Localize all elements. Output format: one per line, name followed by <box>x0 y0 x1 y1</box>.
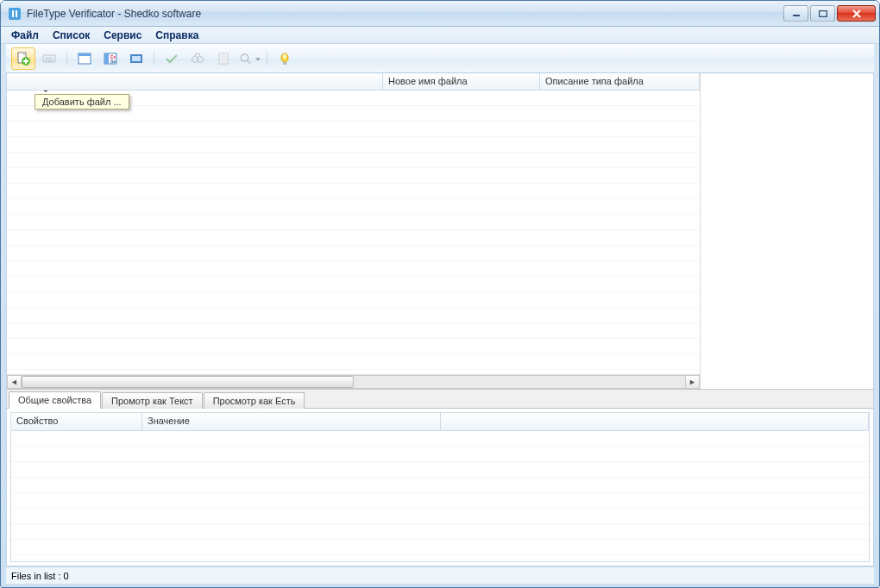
titlebar: FileType Verificator - Shedko software <box>1 1 879 27</box>
properties-body[interactable] <box>10 431 870 562</box>
menu-file[interactable]: Файл <box>4 28 46 43</box>
menu-service[interactable]: Сервис <box>97 28 148 43</box>
svg-rect-20 <box>283 62 286 65</box>
svg-rect-1 <box>793 15 800 16</box>
prop-col-name[interactable]: Свойство <box>11 413 142 430</box>
toolbar-separator <box>66 48 67 69</box>
check-button[interactable] <box>160 47 184 70</box>
status-files-count: Files in list : 0 <box>11 571 69 581</box>
view-list-button[interactable] <box>72 47 97 70</box>
statusbar: Files in list : 0 <box>6 566 874 584</box>
horizontal-scrollbar[interactable]: ◄ ► <box>7 374 700 389</box>
svg-rect-0 <box>9 8 21 20</box>
window-controls <box>783 5 876 22</box>
view-extended-button[interactable]: ExSa <box>98 47 123 70</box>
add-file-button[interactable] <box>11 47 35 70</box>
prop-col-empty <box>441 413 869 430</box>
minimize-button[interactable] <box>783 5 808 22</box>
grid-col-filename[interactable] <box>7 73 383 90</box>
grid-col-newname[interactable]: Новое имя файла <box>383 73 540 90</box>
toolbar-separator <box>154 48 154 69</box>
svg-text:RE: RE <box>45 56 53 62</box>
lower-pane: Общие свойства Промотр как Текст Просмот… <box>7 389 873 566</box>
upper-pane: Новое имя файла Описание типа файла Доба… <box>7 73 873 389</box>
menu-help[interactable]: Справка <box>148 28 205 43</box>
maximize-button[interactable] <box>810 5 835 22</box>
toolbar: RE ExSa <box>6 44 874 73</box>
prop-col-value[interactable]: Значение <box>142 413 441 430</box>
tooltip-add-file: Добавить файл ... <box>35 94 129 109</box>
binoculars-button[interactable] <box>185 47 210 70</box>
menu-list[interactable]: Список <box>46 28 97 43</box>
preview-pane <box>701 73 873 389</box>
properties-header: Свойство Значение <box>10 412 870 431</box>
grid-body[interactable]: Добавить файл ... <box>7 91 700 374</box>
app-window: FileType Verificator - Shedko software Ф… <box>0 0 880 588</box>
zoom-dropdown[interactable] <box>237 47 261 70</box>
svg-rect-8 <box>79 53 91 56</box>
document-button[interactable] <box>211 47 236 70</box>
detail-tabs: Общие свойства Промотр как Текст Просмот… <box>7 390 873 409</box>
scroll-track[interactable] <box>22 375 685 389</box>
scroll-thumb[interactable] <box>22 376 354 388</box>
svg-text:Sa: Sa <box>110 59 116 64</box>
tab-view-as-is[interactable]: Просмотр как Есть <box>204 392 305 409</box>
grid-col-desc[interactable]: Описание типа файла <box>540 73 700 90</box>
app-icon <box>8 7 22 21</box>
file-grid: Новое имя файла Описание типа файла Доба… <box>7 73 701 389</box>
svg-rect-10 <box>104 53 109 64</box>
scroll-left-button[interactable]: ◄ <box>7 375 22 389</box>
tab-general[interactable]: Общие свойства <box>9 391 101 409</box>
svg-rect-2 <box>819 10 827 16</box>
hint-button[interactable] <box>273 47 297 70</box>
rename-button[interactable]: RE <box>37 47 61 70</box>
tab-view-as-text[interactable]: Промотр как Текст <box>102 392 203 409</box>
scroll-right-button[interactable]: ► <box>685 375 700 389</box>
menubar: Файл Список Сервис Справка <box>1 27 879 44</box>
view-preview-button[interactable] <box>124 47 148 70</box>
svg-rect-14 <box>132 56 141 61</box>
toolbar-separator <box>267 48 267 69</box>
close-button[interactable] <box>837 5 876 22</box>
grid-header: Новое имя файла Описание типа файла <box>7 73 700 91</box>
client-area: Новое имя файла Описание типа файла Доба… <box>6 73 874 566</box>
window-title: FileType Verificator - Shedko software <box>27 8 783 20</box>
